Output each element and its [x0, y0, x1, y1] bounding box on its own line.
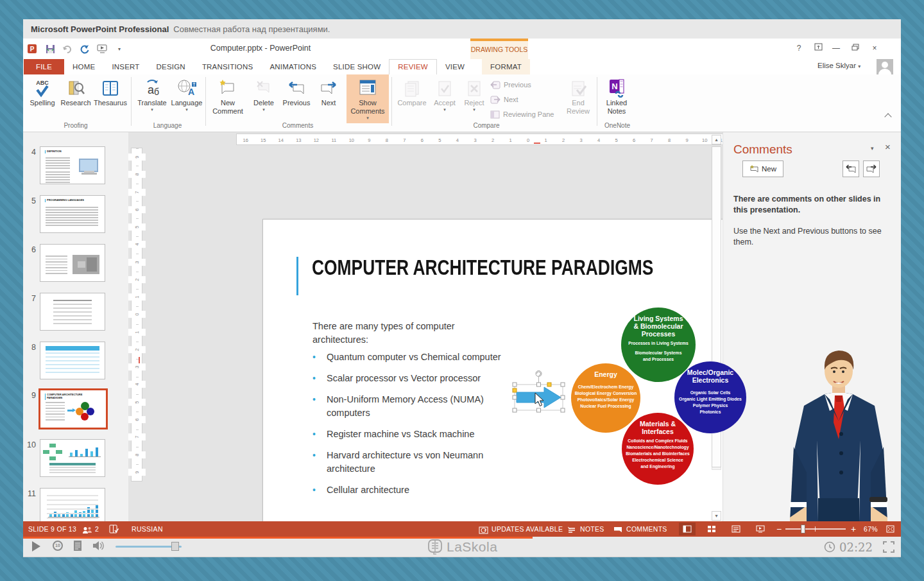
start-presentation-icon[interactable]: [96, 43, 108, 55]
redo-icon[interactable]: [79, 43, 90, 55]
reviewing-pane-icon: [490, 110, 500, 119]
translate-button[interactable]: aб Translate ▾: [135, 77, 169, 112]
slide-thumbnail-9[interactable]: COMPUTER ARCHITECTURE PARADIGMS: [38, 388, 108, 429]
accept-button[interactable]: Accept ▾: [430, 77, 459, 112]
zoom-out-button[interactable]: −: [776, 521, 782, 537]
language-button[interactable]: A Language ▾: [171, 77, 203, 112]
save-icon[interactable]: [44, 43, 56, 55]
previous-change-button[interactable]: Previous: [490, 78, 531, 91]
pane-options-icon[interactable]: ▾: [871, 145, 874, 152]
pane-close-icon[interactable]: ×: [885, 141, 891, 152]
close-icon[interactable]: ×: [866, 42, 883, 54]
thesaurus-button[interactable]: Thesaurus: [91, 77, 130, 107]
fit-slide-button[interactable]: [886, 525, 895, 536]
scroll-down-button[interactable]: ▾: [712, 511, 721, 521]
avatar[interactable]: [877, 59, 893, 74]
slide-thumbnail-6[interactable]: [40, 244, 105, 282]
collapse-ribbon-icon[interactable]: [884, 113, 891, 120]
slide-title[interactable]: COMPUTER ARCHITECTURE PARADIGMS: [312, 256, 653, 280]
tab-insert[interactable]: INSERT: [103, 59, 148, 74]
coauthors-icon[interactable]: [82, 525, 92, 537]
diagram-circle-2[interactable]: EnergyChem/Electrochem EnergyBiological …: [571, 363, 640, 433]
zoom-in-button[interactable]: +: [851, 521, 856, 537]
slide-thumbnail-7[interactable]: [40, 293, 105, 331]
volume-icon[interactable]: [92, 540, 107, 554]
slide-show-button[interactable]: [752, 523, 769, 535]
ruler-position-marker-v: [139, 357, 140, 363]
new-comment-pane-button[interactable]: New: [742, 160, 783, 177]
updates-icon[interactable]: [479, 525, 488, 537]
play-button[interactable]: [32, 541, 40, 551]
customize-quick-access-icon[interactable]: ▾: [114, 43, 125, 55]
tab-slide-show[interactable]: SLIDE SHOW: [325, 59, 389, 74]
tab-format[interactable]: FORMAT: [482, 59, 530, 74]
diagram-circle-1[interactable]: Living Systems & Biomolecular ProcessesP…: [621, 308, 696, 382]
player-progress-bar[interactable]: [23, 537, 533, 539]
group-separator: [597, 77, 597, 126]
show-comments-button[interactable]: Show Comments ▾: [348, 77, 388, 121]
slide-thumbnail-5[interactable]: PROGRAMMING LANGUAGES: [40, 195, 105, 233]
research-button[interactable]: Research: [60, 77, 91, 107]
next-comment-button[interactable]: Next: [314, 77, 343, 107]
notes-label[interactable]: NOTES: [580, 521, 604, 537]
tab-home[interactable]: HOME: [64, 59, 103, 74]
zoom-slider-track[interactable]: [785, 528, 846, 530]
compare-button[interactable]: Compare: [395, 77, 429, 107]
reject-button[interactable]: Reject ▾: [461, 77, 488, 112]
ribbon-display-options-icon[interactable]: [810, 42, 826, 54]
linked-notes-button[interactable]: N Linked Notes: [599, 77, 634, 116]
group-separator: [391, 77, 392, 126]
slide-thumbnail-4[interactable]: DEFINITION: [40, 146, 105, 184]
transcript-button[interactable]: [74, 541, 81, 551]
next-change-icon: [490, 95, 501, 104]
notes-icon[interactable]: [567, 525, 576, 537]
scroll-up-button[interactable]: ▴: [712, 135, 721, 144]
diagram-circle-4[interactable]: Materials & InterfacesColloids and Compl…: [622, 413, 694, 485]
previous-comment-pane-button[interactable]: [843, 160, 859, 177]
slide-thumbnail-11[interactable]: [40, 488, 105, 526]
slide-sorter-view-button[interactable]: [703, 523, 720, 535]
svg-text:N: N: [612, 82, 617, 91]
undo-icon[interactable]: [62, 43, 73, 55]
restore-icon[interactable]: [847, 42, 864, 54]
comments-status-icon[interactable]: [613, 525, 622, 537]
delete-comment-button[interactable]: Delete ▾: [249, 77, 278, 112]
tab-animations[interactable]: ANIMATIONS: [261, 59, 325, 74]
volume-slider-thumb[interactable]: [171, 542, 179, 551]
tab-review[interactable]: REVIEW: [389, 59, 437, 75]
next-comment-icon: [319, 77, 338, 98]
language-indicator[interactable]: RUSSIAN: [132, 521, 163, 537]
clock-icon: [824, 541, 835, 555]
slide-thumbnail-10[interactable]: [40, 439, 105, 477]
comments-label[interactable]: COMMENTS: [626, 521, 667, 537]
spelling-button[interactable]: ABC Spelling: [26, 77, 59, 107]
updates-label[interactable]: UPDATES AVAILABLE: [492, 521, 563, 537]
course-player-bar: 10 LaSkola 02:22: [23, 537, 901, 557]
vertical-ruler: 9876543210123456789: [131, 148, 142, 481]
reviewing-pane-button[interactable]: Reviewing Pane: [490, 108, 554, 121]
next-comment-pane-button[interactable]: [863, 160, 880, 177]
end-review-button[interactable]: End Review: [562, 77, 594, 116]
selected-arrow-shape[interactable]: [511, 367, 566, 413]
spellcheck-icon[interactable]: [109, 525, 119, 536]
tab-file[interactable]: FILE: [24, 59, 64, 74]
minimize-icon[interactable]: —: [828, 42, 844, 54]
user-account[interactable]: Elise Sklyar ▾: [817, 62, 860, 69]
new-comment-button[interactable]: New Comment: [209, 77, 246, 116]
reading-view-button[interactable]: [728, 523, 744, 535]
zoom-percent[interactable]: 67%: [864, 521, 878, 537]
previous-comment-button[interactable]: Previous: [280, 77, 313, 107]
next-change-button[interactable]: Next: [490, 93, 518, 106]
zoom-slider-thumb[interactable]: [801, 525, 805, 533]
tab-view[interactable]: VIEW: [437, 59, 473, 74]
tab-transitions[interactable]: TRANSITIONS: [194, 59, 262, 74]
normal-view-button[interactable]: [679, 523, 696, 535]
slide-bullet-list[interactable]: Quantum computer vs Chemical computerSca…: [327, 351, 501, 505]
slide-thumbnail-8[interactable]: [40, 342, 105, 379]
tab-design[interactable]: DESIGN: [148, 59, 194, 74]
diagram-circle-3[interactable]: Molec/Organic ElectronicsOrganic Solar C…: [674, 361, 746, 433]
slide-intro-text[interactable]: There are many types of computer archite…: [312, 320, 473, 347]
help-icon[interactable]: ?: [791, 42, 807, 54]
replay-10-button[interactable]: 10: [53, 541, 63, 551]
fullscreen-button[interactable]: [883, 541, 894, 555]
